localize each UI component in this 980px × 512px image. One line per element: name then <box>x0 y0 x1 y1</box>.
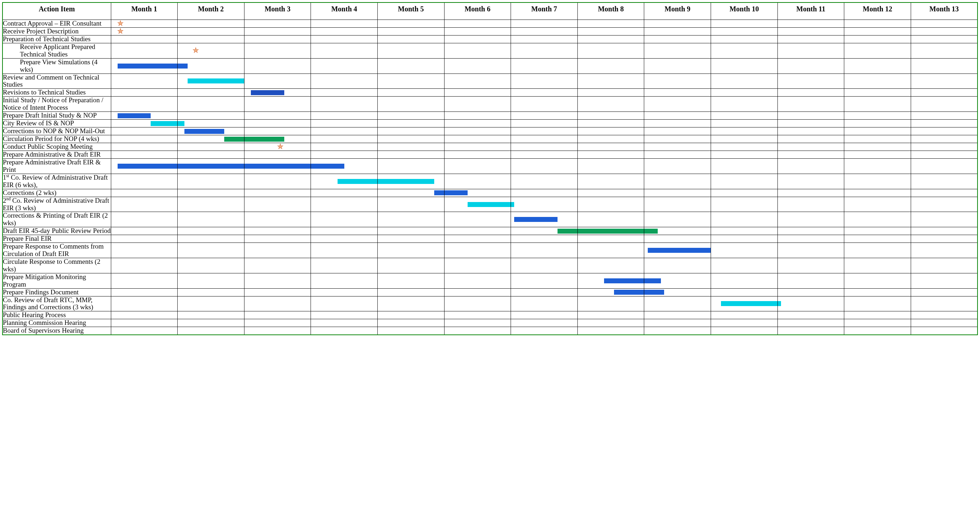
gantt-cell <box>178 311 245 319</box>
gantt-cell <box>377 127 444 135</box>
gantt-cell <box>644 120 711 127</box>
gantt-cell <box>178 143 245 151</box>
gantt-cell <box>444 174 511 189</box>
gantt-cell <box>311 159 378 174</box>
gantt-chart: Action Item Month 1 Month 2 Month 3 Mont… <box>2 2 978 335</box>
gantt-cell <box>911 273 977 288</box>
gantt-cell <box>111 58 178 73</box>
gantt-cell <box>377 258 444 273</box>
gantt-cell <box>111 319 178 327</box>
gantt-cell <box>844 311 911 319</box>
gantt-cell <box>244 189 311 197</box>
gantt-cell <box>511 159 578 174</box>
header-month: Month 1 <box>111 3 178 20</box>
gantt-cell <box>377 159 444 174</box>
gantt-cell <box>578 189 644 197</box>
gantt-cell <box>711 73 778 89</box>
gantt-cell <box>444 197 511 212</box>
gantt-cell <box>178 197 245 212</box>
gantt-cell <box>778 319 844 327</box>
gantt-cell <box>711 159 778 174</box>
header-row: Action Item Month 1 Month 2 Month 3 Mont… <box>3 3 977 20</box>
gantt-cell <box>377 151 444 159</box>
gantt-cell <box>111 311 178 319</box>
gantt-cell <box>578 159 644 174</box>
gantt-cell <box>911 197 977 212</box>
action-item-label: Board of Supervisors Hearing <box>3 327 111 335</box>
gantt-cell <box>711 89 778 97</box>
table-row: 1st Co. Review of Administrative Draft E… <box>3 174 977 189</box>
gantt-cell <box>311 174 378 189</box>
gantt-cell <box>111 112 178 120</box>
gantt-cell <box>377 311 444 319</box>
gantt-cell <box>111 258 178 273</box>
gantt-cell <box>778 197 844 212</box>
table-row: Review and Comment on Technical Studies <box>3 73 977 89</box>
table-row: Prepare Draft Initial Study & NOP <box>3 112 977 120</box>
gantt-cell <box>644 235 711 243</box>
gantt-cell <box>511 20 578 28</box>
gantt-cell <box>511 97 578 112</box>
gantt-cell <box>444 235 511 243</box>
gantt-bar <box>311 164 344 169</box>
gantt-cell <box>111 197 178 212</box>
gantt-cell <box>644 112 711 120</box>
gantt-cell <box>644 143 711 151</box>
gantt-cell <box>578 197 644 212</box>
gantt-cell <box>444 319 511 327</box>
gantt-cell <box>911 127 977 135</box>
gantt-bar <box>614 290 644 295</box>
table-row: City Review of IS & NOP <box>3 120 977 127</box>
gantt-cell <box>377 28 444 35</box>
gantt-cell <box>644 58 711 73</box>
action-item-label: Corrections & Printing of Draft EIR (2 w… <box>3 212 111 227</box>
action-item-label: Prepare Response to Comments from Circul… <box>3 243 111 258</box>
gantt-cell <box>844 212 911 227</box>
gantt-cell <box>178 296 245 311</box>
header-month: Month 12 <box>844 3 911 20</box>
gantt-cell <box>511 120 578 127</box>
gantt-cell <box>244 296 311 311</box>
gantt-cell <box>844 189 911 197</box>
table-row: Corrections to NOP & NOP Mail-Out <box>3 127 977 135</box>
gantt-cell <box>778 135 844 143</box>
gantt-cell <box>178 212 245 227</box>
gantt-cell <box>578 258 644 273</box>
gantt-cell <box>444 159 511 174</box>
gantt-cell <box>711 20 778 28</box>
gantt-cell <box>578 35 644 43</box>
gantt-cell <box>711 243 778 258</box>
gantt-cell <box>511 258 578 273</box>
gantt-cell <box>444 143 511 151</box>
gantt-cell <box>711 28 778 35</box>
gantt-cell <box>711 319 778 327</box>
header-month: Month 5 <box>377 3 444 20</box>
gantt-cell <box>377 58 444 73</box>
gantt-cell <box>377 97 444 112</box>
header-month: Month 4 <box>311 3 378 20</box>
gantt-cell <box>911 243 977 258</box>
gantt-bar <box>644 290 664 295</box>
table-row: Board of Supervisors Hearing <box>3 327 977 335</box>
gantt-cell <box>778 327 844 335</box>
gantt-cell <box>444 189 511 197</box>
gantt-cell: ★☆ <box>178 43 245 59</box>
gantt-bar <box>434 190 444 195</box>
gantt-cell <box>511 28 578 35</box>
gantt-cell <box>244 273 311 288</box>
gantt-cell <box>444 89 511 97</box>
gantt-cell <box>178 258 245 273</box>
gantt-cell <box>244 197 311 212</box>
action-item-label: Draft EIR 45-day Public Review Period <box>3 227 111 235</box>
gantt-cell <box>511 58 578 73</box>
gantt-cell <box>511 73 578 89</box>
gantt-cell <box>778 143 844 151</box>
gantt-cell <box>778 311 844 319</box>
gantt-cell <box>511 243 578 258</box>
gantt-cell <box>111 273 178 288</box>
gantt-cell <box>644 197 711 212</box>
gantt-cell <box>377 135 444 143</box>
gantt-cell <box>711 174 778 189</box>
header-month: Month 13 <box>911 3 977 20</box>
gantt-cell <box>578 296 644 311</box>
